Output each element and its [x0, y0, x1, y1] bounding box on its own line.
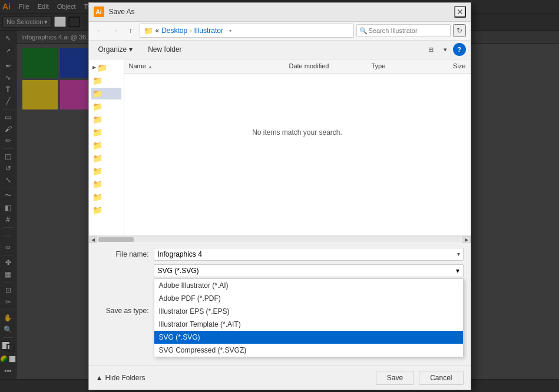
search-input[interactable]	[369, 27, 448, 34]
scroll-thumb[interactable]	[98, 237, 134, 242]
breadcrumb-chevron-icon[interactable]: ▾	[226, 24, 235, 38]
breadcrumb-sep-icon: ›	[190, 28, 191, 34]
dialog-close-button[interactable]: ✕	[454, 6, 466, 18]
folder-node-11[interactable]: 📁	[91, 191, 121, 203]
search-icon: 🔍	[359, 27, 368, 35]
folder-icon-4: 📁	[92, 102, 102, 111]
folder-tree: ▶ 📁 📁 📁 📁 📁 📁 📁	[89, 59, 124, 235]
hide-folders-icon: ▲	[96, 374, 103, 382]
col-name-header[interactable]: Name ▲	[129, 62, 289, 69]
organize-label: Organize	[98, 45, 127, 54]
dropdown-item-3[interactable]: Illustrator Template (*.AIT)	[154, 318, 463, 331]
folder-icon-2: 📁	[92, 76, 102, 85]
file-list-container: ▶ 📁 📁 📁 📁 📁 📁 📁	[89, 59, 471, 236]
folder-icon-11: 📁	[92, 192, 102, 202]
folder-node-3[interactable]: 📁	[91, 88, 121, 99]
dropdown-item-1[interactable]: Adobe PDF (*.PDF)	[154, 292, 463, 305]
file-header: Name ▲ Date modified Type Size	[124, 59, 471, 74]
back-button[interactable]: ←	[94, 24, 107, 37]
filetype-row: Save as type: SVG (*.SVG) ▾ Adobe Illust…	[96, 264, 464, 357]
dialog-title: Save As	[109, 8, 449, 16]
scroll-track[interactable]	[98, 237, 461, 242]
dropdown-item-2[interactable]: Illustrator EPS (*.EPS)	[154, 305, 463, 318]
filetype-select[interactable]: SVG (*.SVG) ▾	[154, 264, 464, 277]
folder-icon-10: 📁	[92, 180, 102, 189]
folder-icon-3: 📁	[92, 89, 102, 98]
col-size-header[interactable]: Size	[431, 62, 466, 69]
dialog-overlay: Ai Save As ✕ ← → ↑ 📁 « Desktop › Illustr…	[0, 0, 559, 392]
scroll-left-button[interactable]: ◀	[89, 236, 97, 243]
breadcrumb-prefix: «	[156, 26, 160, 35]
dropdown-item-5[interactable]: SVG Compressed (*.SVGZ)	[154, 344, 463, 357]
search-box[interactable]: 🔍	[356, 24, 451, 37]
forward-button[interactable]: →	[109, 24, 122, 37]
filetype-chevron-icon: ▾	[456, 267, 459, 275]
folder-icon-9: 📁	[92, 167, 102, 176]
folder-icon-7: 📁	[92, 141, 102, 150]
refresh-button[interactable]: ↻	[453, 24, 466, 37]
dialog-titlebar: Ai Save As ✕	[89, 3, 471, 22]
folder-node-1[interactable]: ▶ 📁	[91, 62, 121, 74]
dialog-ai-logo: Ai	[94, 6, 104, 17]
save-button[interactable]: Save	[376, 371, 414, 385]
folder-icon-5: 📁	[92, 115, 102, 124]
folder-icon-6: 📁	[92, 128, 102, 137]
folder-node-4[interactable]: 📁	[91, 101, 121, 112]
breadcrumb-illustrator[interactable]: Illustrator	[194, 26, 223, 35]
save-dialog: Ai Save As ✕ ← → ↑ 📁 « Desktop › Illustr…	[88, 2, 471, 390]
expand-icon: ▶	[92, 65, 96, 70]
filename-input[interactable]	[154, 248, 464, 261]
dialog-actions: ▲ Hide Folders Save Cancel	[89, 366, 471, 390]
organize-chevron-icon: ▾	[129, 45, 133, 54]
up-button[interactable]: ↑	[124, 24, 137, 37]
folder-icon-12: 📁	[92, 205, 102, 215]
folder-node-7[interactable]: 📁	[91, 139, 121, 151]
file-pane: Name ▲ Date modified Type Size No items …	[124, 59, 471, 235]
breadcrumb-folder-icon: 📁	[144, 26, 153, 35]
filetype-dropdown[interactable]: Adobe Illustrator (*.AI) Adobe PDF (*.PD…	[154, 278, 464, 357]
folder-icon-8: 📁	[92, 154, 102, 163]
dialog-toolbar: Organize ▾ New folder ⊞ ▾ ?	[89, 41, 471, 59]
col-type-header[interactable]: Type	[372, 62, 431, 69]
new-folder-button[interactable]: New folder	[142, 44, 187, 55]
breadcrumb-bar[interactable]: 📁 « Desktop › Illustrator ▾	[140, 24, 354, 38]
folder-icon-1: 📁	[97, 63, 107, 72]
dropdown-item-4[interactable]: SVG (*.SVG)	[154, 331, 463, 344]
filename-label: File name:	[96, 250, 149, 258]
filename-wrapper: ▾	[154, 248, 464, 261]
horizontal-scrollbar[interactable]: ◀ ▶	[89, 236, 471, 243]
folder-node-9[interactable]: 📁	[91, 165, 121, 177]
filename-chevron-icon: ▾	[457, 251, 460, 257]
folder-node-8[interactable]: 📁	[91, 152, 121, 164]
dropdown-item-0[interactable]: Adobe Illustrator (*.AI)	[154, 279, 463, 292]
dialog-bottom: File name: ▾ Save as type: SVG (*.SVG) ▾…	[89, 243, 471, 366]
hide-folders-button[interactable]: ▲ Hide Folders	[96, 374, 145, 382]
help-button[interactable]: ?	[453, 43, 466, 56]
filename-row: File name: ▾	[96, 248, 464, 261]
scroll-right-button[interactable]: ▶	[462, 236, 471, 243]
address-bar: ← → ↑ 📁 « Desktop › Illustrator ▾ 🔍 ↻	[89, 22, 471, 41]
organize-button[interactable]: Organize ▾	[94, 44, 138, 55]
filetype-value: SVG (*.SVG)	[158, 267, 199, 275]
folder-node-12[interactable]: 📁	[91, 204, 121, 216]
hide-folders-label: Hide Folders	[105, 374, 145, 382]
col-date-header[interactable]: Date modified	[289, 62, 372, 69]
folder-node-5[interactable]: 📁	[91, 114, 121, 125]
view-toggle-button[interactable]: ⊞	[425, 43, 438, 56]
view-chevron-button[interactable]: ▾	[439, 43, 452, 56]
folder-node-2[interactable]: 📁	[91, 75, 121, 87]
sort-arrow-icon: ▲	[148, 64, 153, 69]
folder-node-10[interactable]: 📁	[91, 178, 121, 190]
view-buttons: ⊞ ▾ ?	[425, 43, 466, 56]
cancel-button[interactable]: Cancel	[419, 371, 463, 385]
filetype-wrapper[interactable]: SVG (*.SVG) ▾ Adobe Illustrator (*.AI) A…	[154, 264, 464, 357]
filetype-label: Save as type:	[96, 307, 149, 315]
file-empty: No items match your search.	[124, 74, 471, 191]
folder-node-6[interactable]: 📁	[91, 127, 121, 138]
breadcrumb-desktop[interactable]: Desktop	[161, 26, 187, 35]
